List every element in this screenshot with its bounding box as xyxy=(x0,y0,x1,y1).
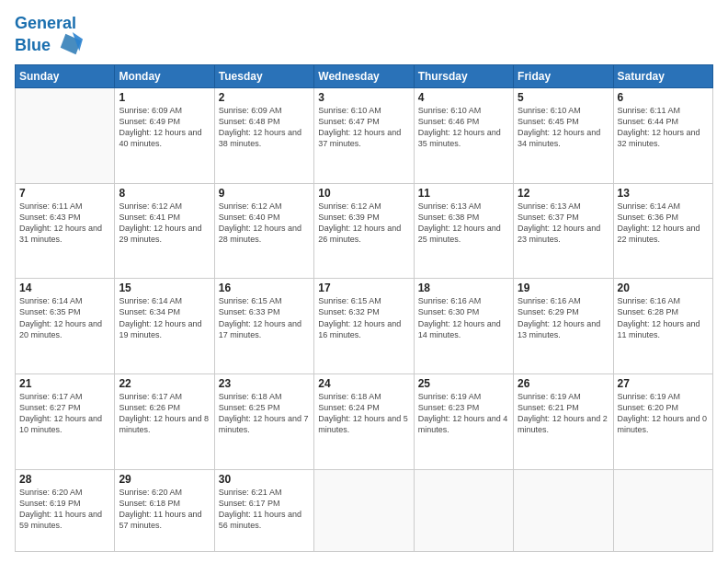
day-number: 23 xyxy=(219,377,310,390)
day-number: 15 xyxy=(119,282,210,294)
day-number: 6 xyxy=(618,91,709,104)
calendar-cell: 12Sunrise: 6:13 AMSunset: 6:37 PMDayligh… xyxy=(514,183,613,279)
calendar-cell: 5Sunrise: 6:10 AMSunset: 6:45 PMDaylight… xyxy=(514,87,613,183)
day-info: Sunrise: 6:12 AMSunset: 6:41 PMDaylight:… xyxy=(119,201,210,246)
page: General Blue SundayMondayTuesdayWednesda… xyxy=(0,0,728,563)
day-number: 7 xyxy=(19,187,110,200)
calendar-week-5: 28Sunrise: 6:20 AMSunset: 6:19 PMDayligh… xyxy=(16,469,713,551)
day-number: 9 xyxy=(219,187,310,200)
day-number: 16 xyxy=(219,282,310,294)
day-number: 13 xyxy=(618,187,709,200)
weekday-header-sunday: Sunday xyxy=(16,64,115,87)
calendar-cell: 1Sunrise: 6:09 AMSunset: 6:49 PMDaylight… xyxy=(115,87,214,183)
day-number: 2 xyxy=(219,91,310,104)
day-info: Sunrise: 6:10 AMSunset: 6:45 PMDaylight:… xyxy=(518,105,609,150)
calendar-cell: 9Sunrise: 6:12 AMSunset: 6:40 PMDaylight… xyxy=(214,183,313,279)
calendar-cell xyxy=(414,469,513,551)
calendar-cell: 16Sunrise: 6:15 AMSunset: 6:33 PMDayligh… xyxy=(214,279,313,374)
day-number: 1 xyxy=(119,91,210,104)
calendar-cell: 4Sunrise: 6:10 AMSunset: 6:46 PMDaylight… xyxy=(414,87,513,183)
day-info: Sunrise: 6:19 AMSunset: 6:23 PMDaylight:… xyxy=(418,391,509,436)
day-info: Sunrise: 6:19 AMSunset: 6:21 PMDaylight:… xyxy=(518,391,609,436)
day-info: Sunrise: 6:14 AMSunset: 6:36 PMDaylight:… xyxy=(618,201,709,246)
day-number: 3 xyxy=(318,91,409,104)
day-info: Sunrise: 6:20 AMSunset: 6:18 PMDaylight:… xyxy=(119,487,210,532)
calendar-cell: 3Sunrise: 6:10 AMSunset: 6:47 PMDaylight… xyxy=(314,87,414,183)
day-info: Sunrise: 6:14 AMSunset: 6:35 PMDaylight:… xyxy=(19,295,110,340)
logo-text2: Blue xyxy=(15,33,83,59)
day-info: Sunrise: 6:16 AMSunset: 6:28 PMDaylight:… xyxy=(618,295,709,340)
calendar-cell: 23Sunrise: 6:18 AMSunset: 6:25 PMDayligh… xyxy=(214,374,313,470)
logo: General Blue xyxy=(15,15,83,59)
calendar-cell: 6Sunrise: 6:11 AMSunset: 6:44 PMDaylight… xyxy=(613,87,712,183)
calendar-cell: 22Sunrise: 6:17 AMSunset: 6:26 PMDayligh… xyxy=(115,374,214,470)
day-number: 28 xyxy=(19,473,110,486)
calendar-cell: 2Sunrise: 6:09 AMSunset: 6:48 PMDaylight… xyxy=(214,87,313,183)
day-number: 11 xyxy=(418,187,509,200)
calendar-week-3: 14Sunrise: 6:14 AMSunset: 6:35 PMDayligh… xyxy=(16,279,713,374)
day-info: Sunrise: 6:11 AMSunset: 6:44 PMDaylight:… xyxy=(618,105,709,150)
calendar-cell: 19Sunrise: 6:16 AMSunset: 6:29 PMDayligh… xyxy=(514,279,613,374)
day-info: Sunrise: 6:21 AMSunset: 6:17 PMDaylight:… xyxy=(219,487,310,532)
day-number: 10 xyxy=(318,187,409,200)
day-info: Sunrise: 6:17 AMSunset: 6:27 PMDaylight:… xyxy=(19,391,110,436)
day-info: Sunrise: 6:09 AMSunset: 6:48 PMDaylight:… xyxy=(219,105,310,150)
day-info: Sunrise: 6:17 AMSunset: 6:26 PMDaylight:… xyxy=(119,391,210,436)
day-number: 26 xyxy=(518,377,609,390)
day-number: 29 xyxy=(119,473,210,486)
weekday-header-friday: Friday xyxy=(514,64,613,87)
calendar-cell: 27Sunrise: 6:19 AMSunset: 6:20 PMDayligh… xyxy=(613,374,712,470)
day-number: 4 xyxy=(418,91,509,104)
calendar-cell: 14Sunrise: 6:14 AMSunset: 6:35 PMDayligh… xyxy=(16,279,115,374)
day-info: Sunrise: 6:16 AMSunset: 6:30 PMDaylight:… xyxy=(418,295,509,340)
day-number: 14 xyxy=(19,282,110,294)
day-info: Sunrise: 6:10 AMSunset: 6:47 PMDaylight:… xyxy=(318,105,409,150)
calendar-cell xyxy=(514,469,613,551)
calendar-table: SundayMondayTuesdayWednesdayThursdayFrid… xyxy=(15,64,713,552)
calendar-cell: 21Sunrise: 6:17 AMSunset: 6:27 PMDayligh… xyxy=(16,374,115,470)
day-info: Sunrise: 6:13 AMSunset: 6:38 PMDaylight:… xyxy=(418,201,509,246)
day-number: 17 xyxy=(318,282,409,294)
day-info: Sunrise: 6:12 AMSunset: 6:40 PMDaylight:… xyxy=(219,201,310,246)
day-number: 5 xyxy=(518,91,609,104)
calendar-cell: 24Sunrise: 6:18 AMSunset: 6:24 PMDayligh… xyxy=(314,374,414,470)
weekday-header-wednesday: Wednesday xyxy=(314,64,414,87)
calendar-cell: 29Sunrise: 6:20 AMSunset: 6:18 PMDayligh… xyxy=(115,469,214,551)
calendar-cell: 30Sunrise: 6:21 AMSunset: 6:17 PMDayligh… xyxy=(214,469,313,551)
weekday-header-thursday: Thursday xyxy=(414,64,513,87)
calendar-cell: 25Sunrise: 6:19 AMSunset: 6:23 PMDayligh… xyxy=(414,374,513,470)
calendar-cell: 26Sunrise: 6:19 AMSunset: 6:21 PMDayligh… xyxy=(514,374,613,470)
day-info: Sunrise: 6:09 AMSunset: 6:49 PMDaylight:… xyxy=(119,105,210,150)
day-info: Sunrise: 6:10 AMSunset: 6:46 PMDaylight:… xyxy=(418,105,509,150)
day-info: Sunrise: 6:19 AMSunset: 6:20 PMDaylight:… xyxy=(618,391,709,436)
calendar-cell xyxy=(16,87,115,183)
weekday-header-row: SundayMondayTuesdayWednesdayThursdayFrid… xyxy=(16,64,713,87)
calendar-week-2: 7Sunrise: 6:11 AMSunset: 6:43 PMDaylight… xyxy=(16,183,713,279)
day-info: Sunrise: 6:14 AMSunset: 6:34 PMDaylight:… xyxy=(119,295,210,340)
day-number: 25 xyxy=(418,377,509,390)
calendar-week-4: 21Sunrise: 6:17 AMSunset: 6:27 PMDayligh… xyxy=(16,374,713,470)
calendar-cell: 13Sunrise: 6:14 AMSunset: 6:36 PMDayligh… xyxy=(613,183,712,279)
calendar-cell: 8Sunrise: 6:12 AMSunset: 6:41 PMDaylight… xyxy=(115,183,214,279)
day-info: Sunrise: 6:15 AMSunset: 6:32 PMDaylight:… xyxy=(318,295,409,340)
day-number: 21 xyxy=(19,377,110,390)
day-number: 24 xyxy=(318,377,409,390)
day-info: Sunrise: 6:20 AMSunset: 6:19 PMDaylight:… xyxy=(19,487,110,532)
day-info: Sunrise: 6:18 AMSunset: 6:25 PMDaylight:… xyxy=(219,391,310,436)
calendar-cell: 7Sunrise: 6:11 AMSunset: 6:43 PMDaylight… xyxy=(16,183,115,279)
calendar-cell: 28Sunrise: 6:20 AMSunset: 6:19 PMDayligh… xyxy=(16,469,115,551)
day-number: 8 xyxy=(119,187,210,200)
day-number: 27 xyxy=(618,377,709,390)
calendar-cell xyxy=(613,469,712,551)
calendar-cell: 18Sunrise: 6:16 AMSunset: 6:30 PMDayligh… xyxy=(414,279,513,374)
day-number: 19 xyxy=(518,282,609,294)
weekday-header-tuesday: Tuesday xyxy=(214,64,313,87)
calendar-cell: 17Sunrise: 6:15 AMSunset: 6:32 PMDayligh… xyxy=(314,279,414,374)
header: General Blue xyxy=(15,11,713,59)
day-number: 20 xyxy=(618,282,709,294)
day-info: Sunrise: 6:12 AMSunset: 6:39 PMDaylight:… xyxy=(318,201,409,246)
day-info: Sunrise: 6:13 AMSunset: 6:37 PMDaylight:… xyxy=(518,201,609,246)
day-number: 12 xyxy=(518,187,609,200)
weekday-header-saturday: Saturday xyxy=(613,64,712,87)
calendar-cell: 10Sunrise: 6:12 AMSunset: 6:39 PMDayligh… xyxy=(314,183,414,279)
